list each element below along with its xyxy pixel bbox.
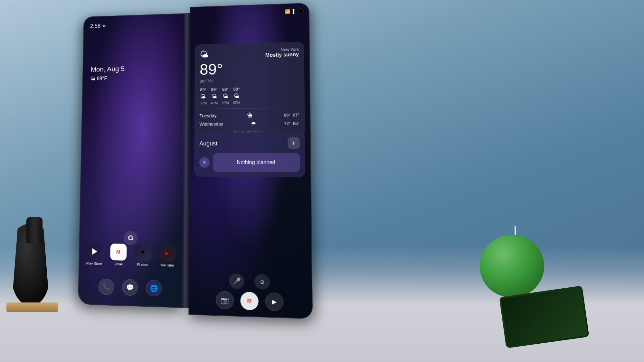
hour-temp-1: 89° (211, 87, 218, 92)
weather-low-high: 89° 76° (200, 77, 299, 84)
hour-temp-3: 88° (233, 87, 240, 91)
hour-temp-2: 88° (222, 87, 229, 92)
lens-icon[interactable]: ⊙ (254, 274, 270, 290)
calendar-add-button[interactable]: + (288, 137, 300, 149)
vase-neck (26, 217, 43, 243)
phone-call-icon[interactable]: 📞 (98, 278, 114, 295)
date-label: Mon, Aug 5 (91, 65, 125, 74)
weather-condition: Mostly sunny (265, 52, 299, 58)
weather-hour-6pm: 88° 🌤 6PM (233, 87, 240, 105)
play-store-icon (86, 243, 102, 260)
calendar-widget: August + 5 Nothing planned (194, 132, 306, 177)
photos-app[interactable]: ✦ Photos (134, 244, 151, 267)
weather-hour-4pm: 89° 🌤 4PM (211, 87, 218, 105)
youtube-dock-icon[interactable]: ▶ (265, 292, 284, 311)
youtube-app[interactable]: ▶ YouTube (159, 244, 175, 267)
tablet-screen (501, 287, 587, 346)
forecast-wednesday: Wednesday 🌧 72° 66° (199, 119, 299, 128)
status-snowflake-icon: ❄ (102, 23, 106, 28)
wifi-icon: 📶 (285, 9, 290, 14)
weather-temp-big: 89° (200, 60, 299, 77)
app-row-main: Play Store M Gmail ✦ Photos ▶ YouTube (86, 243, 175, 267)
forecast-day-0: Tuesday (200, 113, 217, 118)
weather-forecast: Tuesday 🌦 86° 67° Wednesday 🌧 72° 66° (199, 108, 299, 128)
front-camera (298, 8, 304, 14)
weather-header: 🌤 New York Mostly sunny (200, 47, 299, 60)
gmail-icon: M (110, 244, 127, 261)
weather-hour-3pm: 89° 🌤 3PM (200, 87, 207, 105)
foldable-phone: 2:58 ❄ Mon, Aug 5 🌤 89°F G Play Store (78, 9, 317, 323)
calendar-month: August (199, 140, 217, 147)
forecast-icon-0: 🌦 (247, 112, 252, 118)
weather-sun-icon: 🌤 (200, 49, 209, 60)
calendar-content: 5 Nothing planned (199, 153, 300, 172)
youtube-icon: ▶ (159, 244, 175, 262)
temperature-label: 🌤 89°F (90, 75, 125, 81)
hour-icon-0: 🌤 (200, 93, 206, 100)
status-time: 2:58 (90, 23, 100, 30)
forecast-icon-1: 🌧 (251, 121, 256, 126)
bottom-dock-left: 📞 💬 🌐 (79, 278, 182, 297)
forecast-temps-0: 86° 67° (284, 112, 299, 117)
green-candle (480, 235, 544, 298)
photos-label: Photos (137, 263, 148, 267)
hour-temp-0: 89° (200, 87, 206, 92)
camera-dock-icon[interactable]: 📷 (216, 291, 234, 310)
forecast-temps-1: 72° 66° (284, 121, 299, 126)
candle-wick (515, 226, 516, 236)
hour-time-1: 4PM (211, 101, 218, 105)
weather-widget: 🌤 New York Mostly sunny 89° 89° 76° 89° … (194, 42, 305, 139)
phone-left-panel: 2:58 ❄ Mon, Aug 5 🌤 89°F G Play Store (78, 13, 185, 308)
status-bar-right: 📶 ▌ (285, 8, 304, 14)
microphone-icon[interactable]: 🎤 (229, 273, 244, 289)
app-dock-left: Play Store M Gmail ✦ Photos ▶ YouTube (79, 243, 182, 267)
gmail-label: Gmail (114, 262, 123, 266)
date-widget: Mon, Aug 5 🌤 89°F (90, 65, 125, 82)
hour-time-2: 5PM (222, 101, 229, 105)
hour-icon-3: 🌤 (234, 93, 240, 99)
play-triangle (92, 248, 97, 255)
nothing-planned-text: Nothing planned (213, 153, 300, 172)
forecast-day-1: Wednesday (199, 121, 223, 127)
messages-icon[interactable]: 💬 (122, 279, 138, 296)
hour-time-0: 3PM (200, 101, 207, 105)
calendar-day-number: 5 (199, 157, 210, 168)
gmail-app[interactable]: M Gmail (110, 244, 127, 266)
photos-icon: ✦ (134, 244, 151, 261)
weather-hourly: 89° 🌤 3PM 89° 🌤 4PM 88° 🌤 5PM 88° 🌤 (200, 86, 299, 105)
weather-hour-5pm: 88° 🌤 5PM (222, 87, 229, 105)
calendar-header: August + (199, 137, 300, 150)
play-store-app[interactable]: Play Store (86, 243, 102, 265)
play-store-label: Play Store (86, 261, 102, 265)
hour-icon-2: 🌤 (223, 93, 228, 100)
weather-location-block: New York Mostly sunny (265, 47, 299, 58)
gmail-dock-icon[interactable]: M (241, 292, 259, 310)
youtube-label: YouTube (160, 263, 174, 267)
forecast-tuesday: Tuesday 🌦 86° 67° (199, 111, 299, 120)
wood-base (6, 302, 58, 312)
browser-icon[interactable]: 🌐 (146, 280, 162, 297)
hour-icon-1: 🌤 (211, 93, 217, 100)
phone-right-panel: 📶 ▌ 🌤 New York Mostly sunny 89° 89° 76° … (189, 3, 313, 319)
signal-icon: ▌ (293, 9, 296, 14)
hour-time-3: 6PM (233, 101, 240, 105)
